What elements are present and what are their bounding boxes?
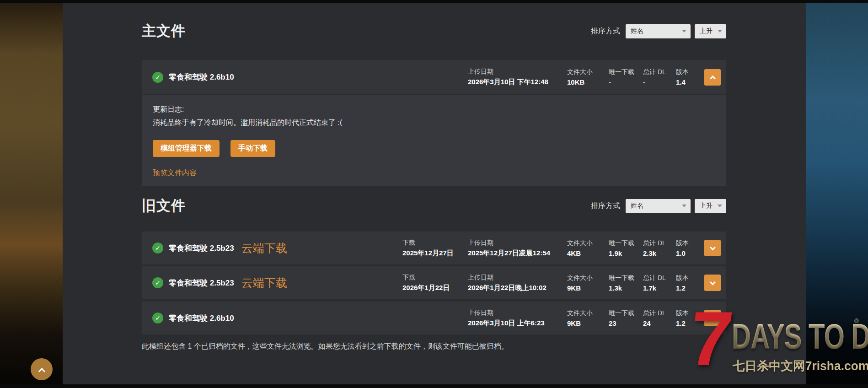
sort-by-label: 排序方式: [591, 201, 620, 211]
file-size-value: 9KB: [567, 284, 609, 292]
collapse-button[interactable]: [704, 69, 721, 86]
unique-dl-label: 唯一下载: [609, 274, 643, 282]
file-size-label: 文件大小: [567, 239, 609, 248]
old-file-row-3: ✓ 零食和驾驶 2.6b10 上传日期 2026年3月10日 上午6:23 文件…: [142, 302, 726, 334]
changelog-title: 更新日志:: [153, 104, 715, 115]
total-dl-label: 总计 DL: [643, 68, 676, 76]
sort-order-value: 上升: [700, 27, 713, 35]
version-value: 1.2: [676, 284, 699, 292]
expand-button[interactable]: [704, 310, 721, 326]
download-buttons-row: 模组管理器下载 手动下载: [153, 140, 715, 157]
sort-by-select[interactable]: 姓名: [626, 199, 691, 213]
check-icon: ✓: [152, 313, 163, 323]
main-file-expanded-panel: 更新日志: 消耗品终于有了冷却时间。滥用消耗品的时代正式结束了 :( 模组管理器…: [142, 94, 726, 186]
version-column: 版本 1.0: [676, 239, 699, 257]
total-dl-column: 总计 DL 2.3k: [643, 239, 676, 257]
total-dl-label: 总计 DL: [643, 309, 676, 318]
main-files-header: 主文件 排序方式 姓名 上升: [142, 21, 726, 42]
unique-dl-column: 唯一下载 -: [609, 68, 643, 86]
file-size-column: 文件大小 9KB: [567, 274, 609, 292]
unique-dl-value: 23: [609, 319, 643, 327]
chevron-up-icon: [38, 367, 45, 375]
file-size-value: 9KB: [567, 319, 609, 327]
upload-date-label: 上传日期: [468, 68, 567, 76]
file-name: 零食和驾驶 2.5b23: [169, 243, 234, 253]
old-files-list: ✓ 零食和驾驶 2.5b23 云端下载 下载 2025年12月27日 上传日期 …: [142, 232, 726, 336]
unique-dl-label: 唯一下载: [609, 68, 643, 76]
archived-files-note: 此模组还包含 1 个已归档的文件，这些文件无法浏览。如果您无法看到之前下载的文件…: [142, 342, 509, 351]
download-date-value: 2026年1月22日: [402, 284, 468, 292]
check-icon: ✓: [152, 277, 163, 288]
version-label: 版本: [676, 239, 699, 248]
sort-order-value: 上升: [700, 202, 713, 210]
file-name-area: ✓ 零食和驾驶 2.6b10: [152, 72, 402, 83]
unique-dl-label: 唯一下载: [609, 309, 643, 318]
sort-order-select[interactable]: 上升: [695, 24, 726, 38]
top-black-bar: [0, 0, 868, 3]
chevron-up-icon: [710, 75, 716, 81]
preview-file-contents-link[interactable]: 预览文件内容: [153, 168, 197, 178]
file-name: 零食和驾驶 2.6b10: [169, 72, 234, 82]
old-files-title: 旧文件: [142, 196, 186, 216]
download-date-value: 2025年12月27日: [402, 249, 468, 258]
version-label: 版本: [676, 68, 699, 76]
mod-manager-download-button[interactable]: 模组管理器下载: [153, 140, 220, 157]
upload-date-column: 上传日期 2026年1月22日晚上10:02: [468, 274, 567, 292]
unique-dl-column: 唯一下载 1.9k: [609, 239, 643, 257]
main-file-row: ✓ 零食和驾驶 2.6b10 上传日期 2026年3月10日 下午12:48 文…: [142, 60, 726, 94]
check-icon: ✓: [152, 242, 163, 253]
upload-date-label: 上传日期: [468, 309, 567, 317]
sort-by-label: 排序方式: [591, 27, 620, 36]
unique-dl-column: 唯一下载 1.3k: [609, 274, 643, 292]
total-dl-label: 总计 DL: [643, 274, 676, 282]
old-file-row-2: ✓ 零食和驾驶 2.5b23 云端下载 下载 2026年1月22日 上传日期 2…: [142, 266, 726, 299]
old-files-header: 旧文件 排序方式 姓名 上升: [142, 195, 726, 216]
chevron-down-icon: [710, 244, 716, 250]
upload-date-column: 上传日期 2026年3月10日 上午6:23: [468, 309, 567, 328]
version-value: 1.4: [676, 78, 699, 86]
old-file-row-1: ✓ 零食和驾驶 2.5b23 云端下载 下载 2025年12月27日 上传日期 …: [142, 232, 726, 264]
total-dl-value: 24: [643, 319, 676, 327]
file-size-label: 文件大小: [567, 274, 609, 282]
version-value: 1.2: [676, 319, 699, 327]
changelog-body: 消耗品终于有了冷却时间。滥用消耗品的时代正式结束了 :(: [153, 117, 715, 129]
expand-button[interactable]: [704, 275, 721, 291]
total-dl-column: 总计 DL -: [643, 68, 676, 86]
sort-by-select[interactable]: 姓名: [626, 24, 691, 38]
file-name-area: ✓ 零食和驾驶 2.5b23 云端下载: [152, 275, 402, 291]
main-files-title: 主文件: [142, 22, 186, 41]
upload-date-column: 上传日期 2025年12月27日凌晨12:54: [468, 239, 567, 258]
file-name: 零食和驾驶 2.5b23: [169, 278, 234, 288]
upload-date-label: 上传日期: [468, 274, 567, 282]
version-label: 版本: [676, 309, 699, 318]
sort-by-value: 姓名: [631, 27, 643, 35]
chevron-down-icon: [682, 30, 686, 32]
chevron-down-icon: [710, 314, 716, 320]
upload-date-value: 2026年3月10日 上午6:23: [468, 319, 567, 328]
upload-date-value: 2026年1月22日晚上10:02: [468, 284, 567, 292]
sort-order-select[interactable]: 上升: [695, 199, 726, 213]
download-date-column: 下载 2025年12月27日: [402, 239, 468, 258]
total-dl-label: 总计 DL: [643, 239, 676, 248]
back-to-top-button[interactable]: [31, 358, 53, 380]
file-name-area: ✓ 零食和驾驶 2.6b10: [152, 313, 402, 323]
cloud-download-link[interactable]: 云端下载: [241, 275, 287, 291]
total-dl-value: 1.7k: [643, 284, 676, 292]
manual-download-button[interactable]: 手动下载: [230, 140, 275, 157]
check-icon: ✓: [152, 72, 163, 83]
expand-button[interactable]: [704, 240, 721, 256]
version-value: 1.0: [676, 249, 699, 257]
chevron-down-icon: [718, 30, 722, 32]
upload-date-value: 2026年3月10日 下午12:48: [468, 78, 567, 86]
unique-dl-value: -: [609, 78, 643, 86]
main-file-card: ✓ 零食和驾驶 2.6b10 上传日期 2026年3月10日 下午12:48 文…: [142, 60, 726, 186]
file-size-column: 文件大小 10KB: [567, 68, 609, 86]
file-name-area: ✓ 零食和驾驶 2.5b23 云端下载: [152, 241, 402, 256]
cloud-download-link[interactable]: 云端下载: [241, 241, 287, 256]
unique-dl-value: 1.9k: [609, 249, 643, 257]
main-content-area: 主文件 排序方式 姓名 上升 ✓: [63, 3, 806, 384]
download-date-label: 下载: [402, 274, 468, 282]
upload-date-value: 2025年12月27日凌晨12:54: [468, 249, 567, 258]
unique-dl-value: 1.3k: [609, 284, 643, 292]
version-label: 版本: [676, 274, 699, 282]
